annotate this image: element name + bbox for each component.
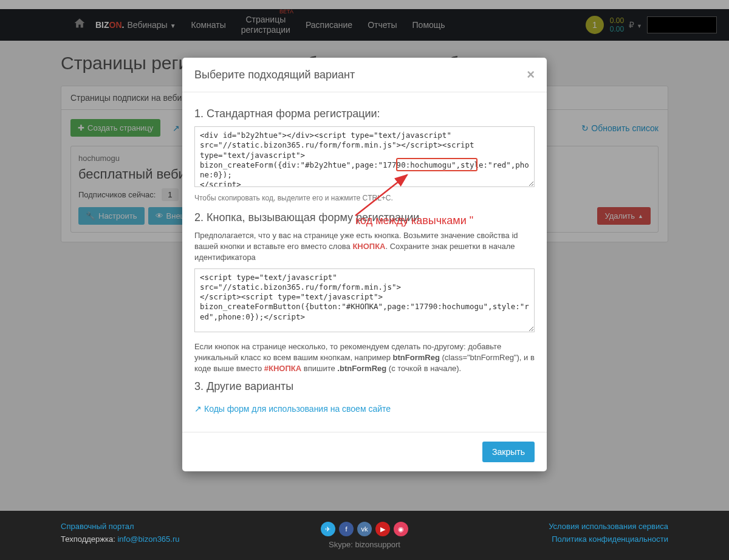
section-2-desc: Предполагается, что у вас на странице уж… <box>194 230 535 264</box>
close-button[interactable]: Закрыть <box>482 442 535 462</box>
facebook-icon[interactable]: f <box>339 522 354 536</box>
copy-hint: Чтобы скопировать код, выделите его и на… <box>194 194 535 202</box>
modal-title: Выберите подходящий вариант <box>194 69 527 81</box>
terms-link[interactable]: Условия использования сервиса <box>466 522 668 531</box>
modal-footer: Закрыть <box>182 432 547 471</box>
close-icon[interactable]: × <box>527 67 535 83</box>
instagram-icon[interactable]: ◉ <box>394 522 408 536</box>
other-codes-link[interactable]: ↗Коды форм для использования на своем са… <box>194 404 391 414</box>
privacy-link[interactable]: Политика конфиденциальности <box>466 534 668 544</box>
section-1-heading: 1. Стандартная форма регистрации: <box>194 108 535 120</box>
external-link-icon: ↗ <box>194 404 202 414</box>
help-portal-link[interactable]: Справочный портал <box>61 522 263 531</box>
section-3-heading: 3. Другие варианты <box>194 380 535 393</box>
support-email-link[interactable]: info@bizon365.ru <box>117 534 179 544</box>
support-label: Техподдержка: <box>61 534 117 544</box>
vk-icon[interactable]: vk <box>357 522 372 536</box>
section-2-heading: 2. Кнопка, вызывающая форму регистрации <box>194 211 535 224</box>
footer: Справочный портал Техподдержка: info@biz… <box>0 511 729 545</box>
code-1-textarea[interactable] <box>194 126 535 187</box>
code-modal: Выберите подходящий вариант × 1. Стандар… <box>182 58 547 471</box>
youtube-icon[interactable]: ▶ <box>375 522 390 536</box>
skype-label: Skype: bizonsupport <box>263 540 465 545</box>
modal-header: Выберите подходящий вариант × <box>182 58 547 92</box>
section-2-note: Если кнопок на странице несколько, то ре… <box>194 341 535 375</box>
social-icons: ✈ f vk ▶ ◉ <box>321 522 408 536</box>
code-2-textarea[interactable] <box>194 268 535 332</box>
telegram-icon[interactable]: ✈ <box>321 522 335 536</box>
